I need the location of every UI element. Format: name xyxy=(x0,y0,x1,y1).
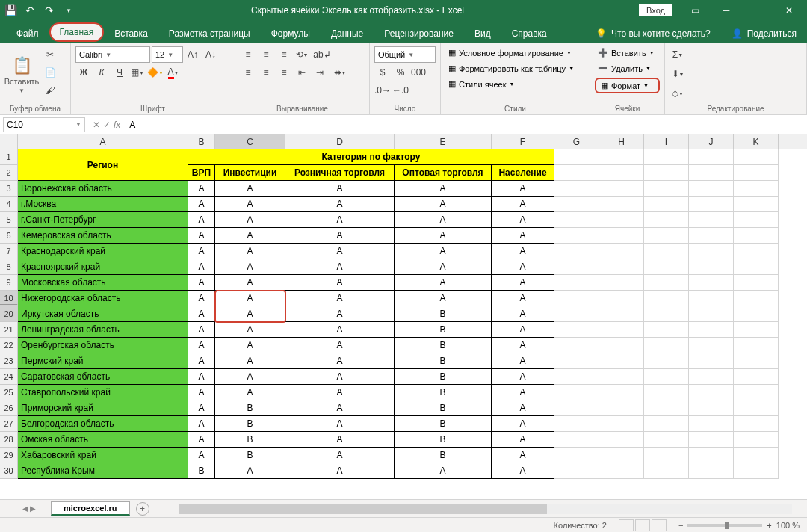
cell-region[interactable]: Оренбургская область xyxy=(18,338,188,353)
cell-value[interactable]: А xyxy=(492,338,554,353)
zoom-in-button[interactable]: + xyxy=(767,521,771,530)
cell-value[interactable]: А xyxy=(215,259,285,275)
row-header[interactable]: 26 xyxy=(0,400,18,416)
cell-value[interactable]: А xyxy=(395,259,492,275)
column-header[interactable]: K xyxy=(734,134,779,149)
percent-button[interactable]: % xyxy=(392,64,409,81)
insert-cells-button[interactable]: ➕Вставить▼ xyxy=(595,46,660,59)
header-sub[interactable]: Инвестиции xyxy=(215,165,285,181)
bold-button[interactable]: Ж xyxy=(75,64,92,81)
cell-value[interactable]: А xyxy=(285,448,395,463)
cell-value[interactable]: А xyxy=(188,275,215,291)
cell-value[interactable]: В xyxy=(395,416,492,432)
cell-region[interactable]: Пермский край xyxy=(18,353,188,369)
cell-region[interactable]: г.Санкт-Петербург xyxy=(18,212,188,228)
column-header[interactable]: B xyxy=(188,134,215,149)
cell-region[interactable]: Нижегородская область xyxy=(18,291,188,306)
delete-cells-button[interactable]: ➖Удалить▼ xyxy=(595,62,660,75)
cell-value[interactable]: А xyxy=(215,369,285,385)
cell-value[interactable]: А xyxy=(285,416,395,432)
cell-value[interactable]: А xyxy=(215,212,285,228)
tab-help[interactable]: Справка xyxy=(501,24,557,43)
select-all-corner[interactable] xyxy=(0,134,18,149)
cell-value[interactable]: А xyxy=(285,275,395,291)
cell-value[interactable]: А xyxy=(492,322,554,338)
cell-value[interactable]: А xyxy=(492,306,554,322)
row-header[interactable]: 8 xyxy=(0,259,18,275)
row-header[interactable]: 25 xyxy=(0,385,18,400)
cell-value[interactable]: А xyxy=(215,353,285,369)
cell-region[interactable]: Ленинградская область xyxy=(18,322,188,338)
cell-value[interactable]: В xyxy=(395,400,492,416)
row-header[interactable]: 2 xyxy=(0,165,18,181)
cell-value[interactable]: А xyxy=(188,322,215,338)
cell-value[interactable]: А xyxy=(492,291,554,306)
cell-value[interactable]: А xyxy=(492,432,554,448)
fill-button[interactable]: ⬇▼ xyxy=(670,66,686,82)
column-header[interactable]: J xyxy=(689,134,734,149)
tab-file[interactable]: Файл xyxy=(6,24,49,43)
align-center-button[interactable]: ≡ xyxy=(258,64,274,81)
cell-value[interactable]: А xyxy=(285,369,395,385)
zoom-value[interactable]: 100 % xyxy=(776,521,800,530)
tab-page-layout[interactable]: Разметка страницы xyxy=(158,24,261,43)
cell-value[interactable]: А xyxy=(188,228,215,244)
cell-value[interactable]: А xyxy=(395,212,492,228)
cell-value[interactable]: А xyxy=(285,244,395,259)
undo-icon[interactable]: ↶ xyxy=(22,3,37,18)
column-header[interactable]: H xyxy=(599,134,644,149)
cell-value[interactable]: А xyxy=(285,212,395,228)
cell-value[interactable]: А xyxy=(215,322,285,338)
sheet-nav-prev-icon[interactable]: ◀ xyxy=(22,504,28,513)
fill-color-button[interactable]: 🔶▼ xyxy=(147,64,164,81)
cell-value[interactable]: А xyxy=(395,275,492,291)
decrease-font-button[interactable]: A↓ xyxy=(202,46,219,63)
cell-value[interactable]: А xyxy=(492,448,554,463)
row-header[interactable]: 10 xyxy=(0,291,18,306)
column-header[interactable]: D xyxy=(285,134,395,149)
cell-value[interactable]: А xyxy=(285,291,395,306)
cell-value[interactable]: А xyxy=(188,212,215,228)
sheet-nav-next-icon[interactable]: ▶ xyxy=(30,504,36,513)
close-icon[interactable]: ✕ xyxy=(774,0,804,21)
tab-home[interactable]: Главная xyxy=(49,22,105,42)
login-button[interactable]: Вход xyxy=(639,4,672,16)
cell-region[interactable]: Республика Крым xyxy=(18,463,188,479)
row-header[interactable]: 6 xyxy=(0,228,18,244)
cell-value[interactable]: А xyxy=(188,197,215,212)
align-right-button[interactable]: ≡ xyxy=(276,64,292,81)
comma-button[interactable]: 000 xyxy=(410,64,427,81)
cell-value[interactable]: А xyxy=(215,197,285,212)
orientation-button[interactable]: ⟲▼ xyxy=(294,46,310,63)
cell-value[interactable]: А xyxy=(188,448,215,463)
cell-value[interactable]: В xyxy=(215,432,285,448)
header-sub[interactable]: ВРП xyxy=(188,165,215,181)
cell-region[interactable]: Кемеровская область xyxy=(18,228,188,244)
column-header[interactable]: E xyxy=(395,134,492,149)
cell-value[interactable]: А xyxy=(395,463,492,479)
cell-value[interactable]: А xyxy=(215,244,285,259)
cell-value[interactable]: В xyxy=(215,448,285,463)
ribbon-options-icon[interactable]: ▭ xyxy=(680,0,710,21)
format-painter-button[interactable]: 🖌 xyxy=(42,82,58,99)
cell-value[interactable]: А xyxy=(492,197,554,212)
clear-button[interactable]: ◇▼ xyxy=(670,85,686,102)
cell-region[interactable]: Саратовская область xyxy=(18,369,188,385)
cell-value[interactable]: А xyxy=(215,338,285,353)
cell-value[interactable]: В xyxy=(395,322,492,338)
cell-value[interactable]: А xyxy=(285,197,395,212)
row-header[interactable]: 22 xyxy=(0,338,18,353)
tab-data[interactable]: Данные xyxy=(321,24,374,43)
cell-value[interactable]: А xyxy=(188,416,215,432)
row-header[interactable]: 9 xyxy=(0,275,18,291)
row-header[interactable]: 4 xyxy=(0,197,18,212)
cell-value[interactable]: А xyxy=(492,463,554,479)
horizontal-scrollbar[interactable] xyxy=(179,504,792,514)
cell-value[interactable]: А xyxy=(188,353,215,369)
minimize-icon[interactable]: ─ xyxy=(711,0,741,21)
underline-button[interactable]: Ч xyxy=(111,64,128,81)
name-box[interactable]: C10▼ xyxy=(3,117,85,132)
cell-region[interactable]: Приморский край xyxy=(18,400,188,416)
conditional-formatting-button[interactable]: ▦Условное форматирование▼ xyxy=(445,46,585,59)
increase-indent-button[interactable]: ⇥ xyxy=(312,64,328,81)
